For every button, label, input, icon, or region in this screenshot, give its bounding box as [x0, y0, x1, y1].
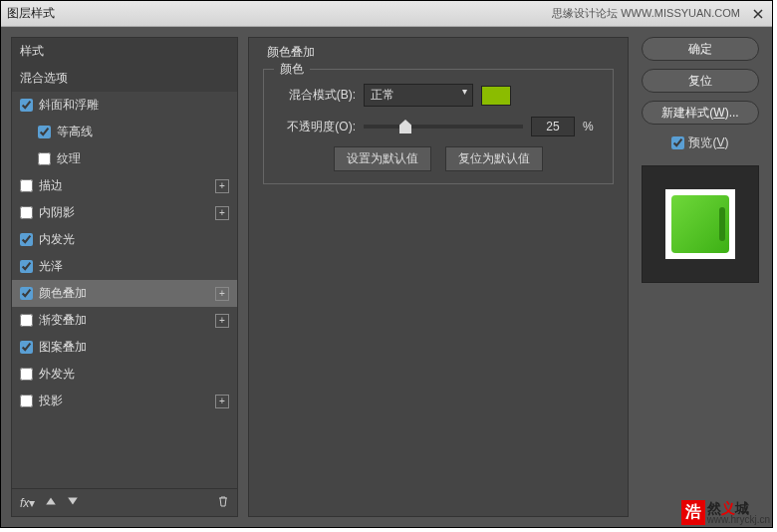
style-inner-glow[interactable]: 内发光 [12, 226, 237, 253]
add-gradient-overlay-icon[interactable]: + [215, 314, 229, 328]
add-stroke-icon[interactable]: + [215, 179, 229, 193]
checkbox-pattern-overlay[interactable] [20, 341, 33, 354]
style-outer-glow[interactable]: 外发光 [12, 361, 237, 388]
checkbox-inner-shadow[interactable] [20, 206, 33, 219]
preview-sample [671, 195, 729, 253]
styles-panel: 样式 混合选项 斜面和浮雕 等高线 纹理 [11, 37, 238, 517]
style-contour[interactable]: 等高线 [12, 119, 237, 145]
settings-panel: 颜色叠加 颜色 混合模式(B): 正常 不透明度(O): % 设置 [248, 37, 629, 517]
add-inner-shadow-icon[interactable]: + [215, 206, 229, 220]
checkbox-contour[interactable] [38, 126, 51, 138]
add-drop-shadow-icon[interactable]: + [215, 395, 229, 408]
checkbox-satin[interactable] [20, 260, 33, 273]
cancel-button[interactable]: 复位 [642, 69, 759, 93]
checkbox-stroke[interactable] [20, 179, 33, 192]
close-icon[interactable] [750, 6, 766, 22]
new-style-button[interactable]: 新建样式(W)... [642, 101, 759, 125]
dialog-title: 图层样式 [7, 5, 55, 22]
color-group: 颜色 混合模式(B): 正常 不透明度(O): % 设置为默认值 复位为默认 [263, 69, 614, 184]
add-color-overlay-icon[interactable]: + [215, 287, 229, 301]
style-drop-shadow[interactable]: 投影 + [12, 388, 237, 414]
checkbox-drop-shadow[interactable] [20, 395, 33, 407]
watermark-badge: 浩 [681, 500, 705, 525]
opacity-unit: % [583, 120, 594, 133]
preview-checkbox-row[interactable]: 预览(V) [671, 134, 728, 151]
style-bevel[interactable]: 斜面和浮雕 [12, 92, 237, 119]
checkbox-inner-glow[interactable] [20, 233, 33, 246]
styles-footer: fx▾ [12, 488, 237, 516]
style-gradient-overlay[interactable]: 渐变叠加 + [12, 307, 237, 334]
checkbox-gradient-overlay[interactable] [20, 314, 33, 327]
titlebar: 图层样式 思缘设计论坛 WWW.MISSYUAN.COM [1, 1, 772, 27]
move-down-icon[interactable] [67, 495, 79, 510]
checkbox-color-overlay[interactable] [20, 287, 33, 300]
opacity-slider[interactable] [364, 125, 523, 129]
color-group-legend: 颜色 [274, 61, 310, 78]
watermark: 浩 然义城 www.hryckj.cn [681, 500, 770, 525]
style-satin[interactable]: 光泽 [12, 253, 237, 280]
action-panel: 确定 复位 新建样式(W)... 预览(V) [639, 37, 762, 517]
preview-box [642, 165, 759, 283]
preview-thumb [665, 189, 735, 259]
style-pattern-overlay[interactable]: 图案叠加 [12, 334, 237, 361]
opacity-label: 不透明度(O): [276, 119, 356, 135]
preview-checkbox[interactable] [671, 136, 684, 149]
checkbox-bevel[interactable] [20, 99, 33, 112]
styles-header[interactable]: 样式 [12, 38, 237, 65]
watermark-url: www.hryckj.cn [707, 515, 770, 525]
blend-options-row[interactable]: 混合选项 [12, 65, 237, 92]
style-color-overlay[interactable]: 颜色叠加 + [12, 280, 237, 307]
checkbox-outer-glow[interactable] [20, 368, 33, 381]
layer-style-dialog: 图层样式 思缘设计论坛 WWW.MISSYUAN.COM 样式 混合选项 斜面和… [0, 0, 773, 528]
style-inner-shadow[interactable]: 内阴影 + [12, 199, 237, 226]
color-swatch[interactable] [481, 86, 511, 106]
titlebar-credit: 思缘设计论坛 WWW.MISSYUAN.COM [552, 6, 740, 21]
opacity-input[interactable] [531, 117, 575, 136]
style-stroke[interactable]: 描边 + [12, 172, 237, 199]
blend-mode-select[interactable]: 正常 [364, 84, 473, 107]
fx-menu-icon[interactable]: fx▾ [20, 496, 35, 510]
ok-button[interactable]: 确定 [642, 37, 759, 61]
trash-icon[interactable] [217, 495, 229, 510]
move-up-icon[interactable] [45, 495, 57, 510]
set-default-button[interactable]: 设置为默认值 [334, 146, 431, 171]
style-texture[interactable]: 纹理 [12, 145, 237, 172]
blend-mode-label: 混合模式(B): [276, 87, 356, 104]
reset-default-button[interactable]: 复位为默认值 [445, 146, 543, 171]
checkbox-texture[interactable] [38, 152, 51, 165]
opacity-slider-thumb[interactable] [399, 120, 411, 133]
panel-title: 颜色叠加 [263, 44, 319, 61]
